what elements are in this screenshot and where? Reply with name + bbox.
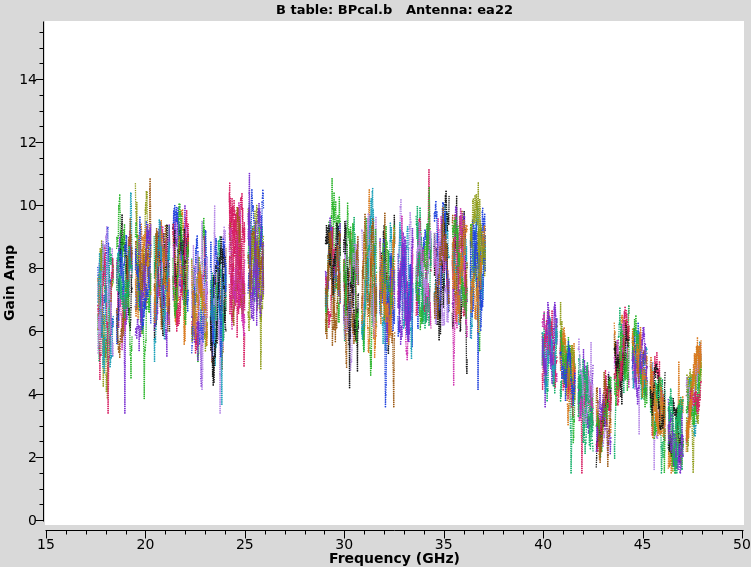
y-tick-label: 8: [3, 260, 37, 276]
y-tick-label: 2: [3, 449, 37, 465]
x-tick-label: 35: [435, 536, 453, 552]
x-tick-label: 50: [733, 536, 751, 552]
x-axis-title: Frequency (GHz): [45, 550, 744, 566]
y-tick-label: 6: [3, 323, 37, 339]
x-tick-label: 20: [137, 536, 155, 552]
x-tick-label: 30: [335, 536, 353, 552]
plot-canvas[interactable]: [0, 0, 751, 567]
y-tick-label: 4: [3, 386, 37, 402]
x-tick-label: 40: [534, 536, 552, 552]
x-tick-label: 45: [634, 536, 652, 552]
y-tick-label: 10: [3, 197, 37, 213]
y-tick-label: 0: [3, 512, 37, 528]
y-tick-label: 14: [3, 71, 37, 87]
plot-title: B table: BPcal.b Antenna: ea22: [45, 2, 744, 17]
y-tick-label: 12: [3, 134, 37, 150]
x-tick-label: 25: [236, 536, 254, 552]
y-axis-title: Gain Amp: [1, 245, 17, 321]
plot-window: B table: BPcal.b Antenna: ea22 Gain Amp …: [0, 0, 751, 567]
x-tick-label: 15: [37, 536, 55, 552]
